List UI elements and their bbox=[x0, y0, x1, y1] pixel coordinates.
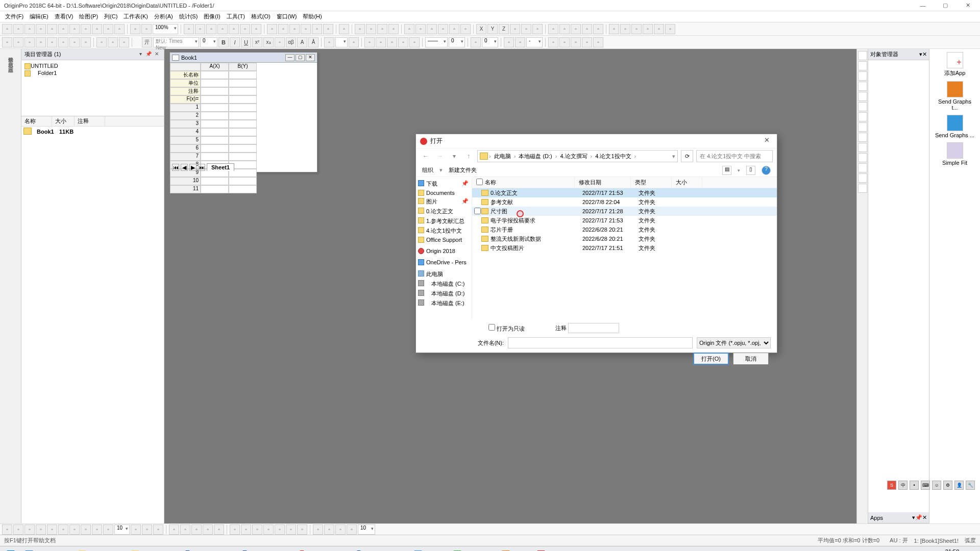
filename-input[interactable] bbox=[508, 337, 693, 348]
menu-worksheet[interactable]: 工作表(K) bbox=[120, 12, 151, 21]
tb2-h2[interactable]: ▫ bbox=[504, 37, 514, 47]
tb2-i5[interactable]: ▫ bbox=[593, 37, 603, 47]
rt-btn10[interactable] bbox=[858, 143, 867, 152]
bt-6[interactable]: ▫ bbox=[58, 524, 68, 535]
tb-btn19[interactable]: ▫ bbox=[251, 24, 261, 34]
note-input[interactable] bbox=[568, 323, 619, 333]
nav-up-icon[interactable]: ↑ bbox=[463, 151, 474, 162]
filetype-select[interactable]: Origin 文件 (*.opju, *.opj, *.o bbox=[697, 337, 771, 348]
tb-btn4[interactable]: ▫ bbox=[36, 24, 46, 34]
tb-btn17[interactable]: ▫ bbox=[229, 24, 239, 34]
bc-drive[interactable]: 本地磁盘 (D:) bbox=[517, 153, 554, 160]
tb-open-icon[interactable]: ▫ bbox=[13, 24, 23, 34]
rt-btn2[interactable] bbox=[858, 61, 867, 70]
menu-format[interactable]: 格式(O) bbox=[248, 12, 274, 21]
ime-ic3[interactable]: ☺ bbox=[932, 481, 941, 490]
bt-22[interactable]: ▫ bbox=[263, 524, 274, 535]
rt-btn11[interactable] bbox=[858, 153, 867, 162]
col-name[interactable]: 名称 bbox=[481, 177, 575, 188]
tb2-4[interactable]: ▫ bbox=[36, 37, 46, 47]
pe-tree[interactable]: UNTITLED Folder1 bbox=[21, 60, 164, 116]
vlabel-help[interactable]: 快速帮助 bbox=[7, 51, 14, 55]
sb-f3[interactable]: 4.论文1投中文 bbox=[416, 226, 472, 236]
task-word2[interactable]: 2.4GHz射频能... bbox=[238, 547, 294, 552]
vlabel-hint[interactable]: 提示日志 bbox=[7, 61, 14, 65]
clock[interactable]: 21:58 2022/7/17 bbox=[940, 548, 965, 552]
dialog-sidebar[interactable]: 下载📌 Documents 图片📌 0.论文正文 1.参考文献汇总 4.论文1投… bbox=[416, 177, 472, 320]
task-pdf[interactable]: 1.2021A_Dual... bbox=[295, 547, 351, 552]
breadcrumb[interactable]: › 此电脑 › 本地磁盘 (D:) › 4.论文撰写 › 4.论文1投中文 › … bbox=[477, 150, 678, 162]
tb2-f2[interactable]: αβ bbox=[286, 37, 296, 47]
tb-btn42[interactable]: ▫ bbox=[532, 24, 543, 34]
size-combo[interactable]: 0 bbox=[449, 37, 465, 47]
open-button[interactable]: 打开(O) bbox=[693, 353, 729, 365]
tb2-i4[interactable]: ▫ bbox=[582, 37, 592, 47]
bold-icon[interactable]: B bbox=[218, 37, 229, 47]
help-icon[interactable]: ? bbox=[762, 166, 771, 175]
rt-btn13[interactable] bbox=[858, 173, 867, 183]
bt-28[interactable]: ▫ bbox=[335, 524, 346, 535]
menu-column[interactable]: 列(C) bbox=[101, 12, 120, 21]
file-row[interactable]: 电子学报投稿要求2022/7/17 21:53文件夹 bbox=[472, 216, 777, 225]
ime-ic4[interactable]: ⚙ bbox=[943, 481, 952, 490]
sb-f4[interactable]: Office Support bbox=[416, 236, 472, 244]
tb-btn11[interactable]: ▫ bbox=[130, 24, 140, 34]
color-combo[interactable] bbox=[335, 37, 348, 47]
bt-3[interactable]: ▫ bbox=[24, 524, 35, 535]
col-header-b[interactable]: B(Y) bbox=[229, 63, 257, 71]
tb-x-icon[interactable]: X bbox=[476, 24, 486, 34]
tb-btn32[interactable]: ▫ bbox=[415, 24, 426, 34]
tb2-g3[interactable]: ▫ bbox=[387, 37, 397, 47]
bt-26[interactable]: ▫ bbox=[313, 524, 323, 535]
sb-drive-e[interactable]: 本地磁盘 (E:) bbox=[416, 298, 472, 308]
bt-21[interactable]: ▫ bbox=[252, 524, 262, 535]
menu-view[interactable]: 查看(V) bbox=[52, 12, 77, 21]
tb-btn12[interactable]: ▫ bbox=[141, 24, 152, 34]
bt-13[interactable]: ▫ bbox=[153, 524, 163, 535]
task-folder1[interactable]: 阵列天线仿... bbox=[74, 547, 126, 552]
preview-pane-button[interactable]: ▯ bbox=[746, 166, 755, 175]
tb2-f1[interactable]: ▫ bbox=[275, 37, 285, 47]
pe-folder-node[interactable]: Folder1 bbox=[23, 69, 162, 77]
sb-pictures[interactable]: 图片📌 bbox=[416, 197, 472, 207]
tb-btn26[interactable]: ▫ bbox=[339, 24, 349, 34]
italic-icon[interactable]: I bbox=[230, 37, 240, 47]
bt-9[interactable]: ▫ bbox=[92, 524, 102, 535]
dialog-close-button[interactable]: ✕ bbox=[761, 136, 773, 146]
sup-icon[interactable]: x² bbox=[252, 37, 262, 47]
rt-btn4[interactable] bbox=[858, 82, 867, 91]
tb2-i2[interactable]: ▫ bbox=[559, 37, 570, 47]
pe-list-row[interactable]: Book1 11KB bbox=[21, 127, 164, 137]
task-baidu[interactable]: 百度知道搜... bbox=[20, 547, 72, 552]
newfolder-button[interactable]: 新建文件夹 bbox=[449, 166, 477, 174]
tb2-i1[interactable]: ▫ bbox=[548, 37, 558, 47]
tb-btn41[interactable]: ▫ bbox=[521, 24, 531, 34]
pe-list[interactable]: 名称 大小 注释 Book1 11KB bbox=[21, 116, 164, 523]
line-combo[interactable]: —— bbox=[425, 37, 448, 47]
app-add[interactable]: +添加App bbox=[935, 52, 975, 77]
menu-help[interactable]: 帮助(H) bbox=[300, 12, 325, 21]
tb-btn53[interactable]: ▫ bbox=[665, 24, 675, 34]
bt-29[interactable]: ▫ bbox=[347, 524, 357, 535]
sub-icon[interactable]: x₂ bbox=[263, 37, 274, 47]
bt-20[interactable]: ▫ bbox=[241, 524, 251, 535]
tb2-g4[interactable]: ▫ bbox=[398, 37, 408, 47]
bt-24[interactable]: ▫ bbox=[286, 524, 296, 535]
task-ocam[interactable]: oCam bbox=[497, 547, 531, 552]
sb-onedrive[interactable]: OneDrive - Pers bbox=[416, 258, 472, 266]
sb-thispc[interactable]: 此电脑 bbox=[416, 269, 472, 279]
nav-forward-icon[interactable]: → bbox=[434, 151, 446, 162]
bt-15[interactable]: ▫ bbox=[180, 524, 190, 535]
ime-ic1[interactable]: • bbox=[910, 481, 919, 490]
sb-downloads[interactable]: 下载📌 bbox=[416, 179, 472, 189]
tb-btn15[interactable]: ▫ bbox=[206, 24, 216, 34]
tb2-3[interactable]: ▫ bbox=[24, 37, 35, 47]
tb-btn44[interactable]: ▫ bbox=[559, 24, 570, 34]
file-row[interactable]: 0.论文正文2022/7/17 21:53文件夹 bbox=[472, 188, 777, 197]
nav-down-icon[interactable]: ▾ bbox=[449, 151, 460, 162]
menu-analysis[interactable]: 分析(A) bbox=[151, 12, 176, 21]
tb-btn46[interactable]: ▫ bbox=[582, 24, 592, 34]
bc-f2[interactable]: 4.论文1投中文 bbox=[593, 153, 633, 160]
tb2-8[interactable]: ▫ bbox=[81, 37, 91, 47]
menu-tools[interactable]: 工具(T) bbox=[224, 12, 248, 21]
